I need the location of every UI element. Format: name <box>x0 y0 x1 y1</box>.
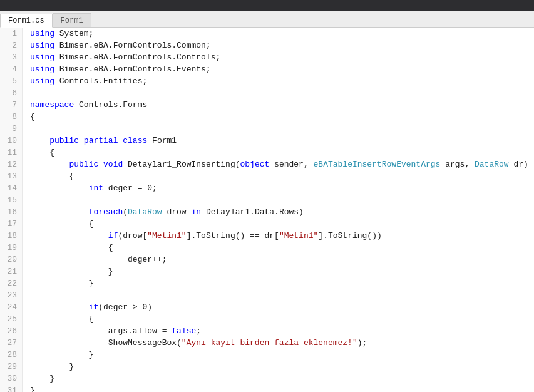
line-number-17: 17 <box>5 218 17 230</box>
code-line-13: { <box>30 170 534 182</box>
code-line-9 <box>30 123 534 135</box>
line-number-5: 5 <box>5 75 17 87</box>
line-number-12: 12 <box>5 158 17 170</box>
line-number-27: 27 <box>5 337 17 349</box>
code-line-3: using Bimser.eBA.FormControls.Controls; <box>30 51 534 63</box>
line-number-6: 6 <box>5 87 17 99</box>
code-line-29: } <box>30 361 534 373</box>
line-number-3: 3 <box>5 51 17 63</box>
line-number-11: 11 <box>5 147 17 158</box>
line-number-24: 24 <box>5 301 17 313</box>
code-line-21: } <box>30 266 534 277</box>
line-number-25: 25 <box>5 313 17 325</box>
line-number-7: 7 <box>5 99 17 111</box>
tab-form1cs[interactable]: Form1.cs <box>0 14 53 28</box>
line-number-8: 8 <box>5 111 17 123</box>
line-number-20: 20 <box>5 254 17 266</box>
code-line-31: } <box>30 384 534 392</box>
tab-form1[interactable]: Form1 <box>53 13 91 27</box>
title-bar <box>0 0 534 11</box>
line-number-10: 10 <box>5 135 17 147</box>
line-number-4: 4 <box>5 63 17 75</box>
line-number-14: 14 <box>5 182 17 194</box>
line-number-26: 26 <box>5 325 17 337</box>
code-line-15 <box>30 194 534 206</box>
line-number-21: 21 <box>5 266 17 277</box>
code-line-23 <box>30 289 534 301</box>
code-line-30: } <box>30 373 534 384</box>
code-line-22: } <box>30 277 534 289</box>
code-line-27: ShowMessageBox("Aynı kayıt birden fazla … <box>30 337 534 349</box>
line-number-22: 22 <box>5 277 17 289</box>
code-line-26: args.allow = false; <box>30 325 534 337</box>
code-line-5: using Controls.Entities; <box>30 75 534 87</box>
code-line-16: foreach(DataRow drow in Detaylar1.Data.R… <box>30 206 534 218</box>
line-number-31: 31 <box>5 384 17 392</box>
code-line-10: public partial class Form1 <box>30 135 534 147</box>
code-line-14: int deger = 0; <box>30 182 534 194</box>
line-number-30: 30 <box>5 373 17 384</box>
code-line-2: using Bimser.eBA.FormControls.Common; <box>30 39 534 51</box>
line-number-2: 2 <box>5 39 17 51</box>
code-line-19: { <box>30 242 534 254</box>
code-line-18: if(drow["Metin1"].ToString() == dr["Meti… <box>30 230 534 242</box>
code-line-20: deger++; <box>30 254 534 266</box>
code-line-12: public void Detaylar1_RowInserting(objec… <box>30 158 534 170</box>
code-line-8: { <box>30 111 534 123</box>
line-number-1: 1 <box>5 28 17 39</box>
code-line-6 <box>30 87 534 99</box>
code-content[interactable]: using System;using Bimser.eBA.FormContro… <box>23 28 534 392</box>
line-number-28: 28 <box>5 349 17 361</box>
tab-bar: Form1.cs Form1 <box>0 11 534 28</box>
line-number-16: 16 <box>5 206 17 218</box>
code-line-1: using System; <box>30 28 534 39</box>
line-number-19: 19 <box>5 242 17 254</box>
line-number-13: 13 <box>5 170 17 182</box>
line-number-18: 18 <box>5 230 17 242</box>
code-line-25: { <box>30 313 534 325</box>
line-number-23: 23 <box>5 289 17 301</box>
line-number-9: 9 <box>5 123 17 135</box>
code-line-7: namespace Controls.Forms <box>30 99 534 111</box>
code-line-28: } <box>30 349 534 361</box>
code-line-24: if(deger > 0) <box>30 301 534 313</box>
line-number-15: 15 <box>5 194 17 206</box>
code-line-4: using Bimser.eBA.FormControls.Events; <box>30 63 534 75</box>
editor-area: 1234567891011121314151617181920212223242… <box>0 28 534 392</box>
code-line-17: { <box>30 218 534 230</box>
code-line-11: { <box>30 147 534 158</box>
line-number-29: 29 <box>5 361 17 373</box>
line-numbers: 1234567891011121314151617181920212223242… <box>0 28 23 392</box>
